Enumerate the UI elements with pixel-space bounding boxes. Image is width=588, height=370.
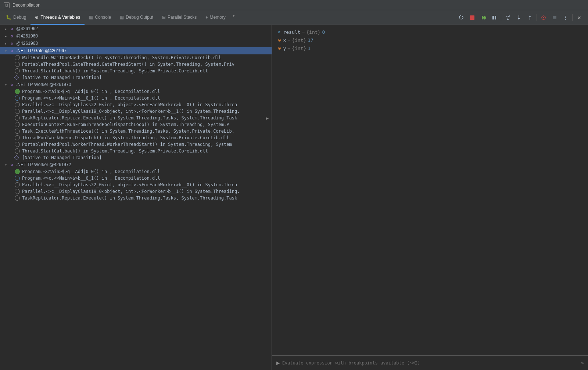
variables-area: ➤ result = {int} 0 ⊙ x = {int} 17 ⊙ y = … [272,25,588,355]
tab-console[interactable]: ▦ Console [85,10,115,25]
close-button[interactable]: ✕ [574,12,584,23]
stack-text-t4-4: [Native to Managed Transition] [22,75,102,80]
stack-frame-t6-2[interactable]: Program.<>c.<<Main>$>b__0_1() in , Decom… [0,175,272,182]
toolbar-sep-1 [501,14,501,21]
stack-frame-t5-11[interactable]: [Native to Managed Transition] [0,154,272,161]
stack-frame-t5-8[interactable]: ThreadPoolWorkQueue.Dispatch() in System… [0,134,272,141]
thread-row-4261967[interactable]: ⚙ .NET TP Gate @4261967 [0,47,272,54]
stack-text-t6-2: Program.<>c.<<Main>$>b__0_1() in , Decom… [22,176,160,181]
stack-frame-t5-5[interactable]: TaskReplicator.Replica.Execute() in Syst… [0,115,272,121]
step-into-button[interactable] [514,12,524,23]
svg-rect-3 [492,16,494,19]
stack-icon-t6-3 [15,182,20,187]
svg-rect-0 [470,15,474,20]
restart-button[interactable] [456,12,466,23]
tab-bar: 🐛 Debug ⊕ Threads & Variables ▦ Console … [0,10,588,25]
tab-console-label: Console [95,15,111,20]
tabs-dropdown-button[interactable]: ▾ [230,10,237,21]
var-y: ⊙ y = {int} 1 [276,44,584,52]
right-panel: ➤ result = {int} 0 ⊙ x = {int} 17 ⊙ y = … [272,25,588,370]
stop-button[interactable] [467,12,477,23]
stack-icon-t6-4 [15,189,20,194]
expand-icon-4261970[interactable] [3,82,9,87]
more-icon: ⋮ [563,15,568,21]
stack-frame-t6-3[interactable]: Parallel.<>c__DisplayClass32_0<int, obje… [0,182,272,188]
expand-icon-4261972[interactable] [3,162,9,168]
stack-frame-t4-1[interactable]: WaitHandle.WaitOneNoCheck() in System.Th… [0,54,272,61]
thread-row-4261963[interactable]: ⚙ @4261963 [0,40,272,47]
tab-debug[interactable]: 🐛 Debug [1,10,31,25]
var-y-value: 1 [308,46,311,51]
stack-frame-t5-4[interactable]: Parallel.<>c__DisplayClass19_0<object, i… [0,108,272,115]
thread-row-4261972[interactable]: ⚙ .NET TP Worker @4261972 [0,161,272,168]
stack-frame-t5-2[interactable]: Program.<>c.<<Main>$>b__0_1() in , Decom… [0,95,272,101]
eval-bar[interactable]: ▶ Evaluate expression with breakpoints a… [272,355,588,370]
stack-frame-t6-4[interactable]: Parallel.<>c__DisplayClass19_0<object, i… [0,188,272,195]
thread-label-4261962: @4261962 [16,26,38,31]
expand-icon-4261960[interactable] [3,33,9,39]
pause-button[interactable] [489,12,499,23]
expand-icon-4261963[interactable] [3,40,9,46]
thread-icon-4261970: ⚙ [9,82,15,87]
main-content: ⚙ @4261962 ⚙ @4261960 ⚙ @4261963 ⚙ .NET … [0,25,588,370]
stack-icon-t4-1 [15,55,20,60]
stack-icon-t4-3 [15,68,20,73]
step-over-button[interactable] [503,12,513,23]
stack-frame-t5-7[interactable]: Task.ExecuteWithThreadLocal() in System.… [0,128,272,134]
var-x-type: {int} [292,37,306,43]
stack-text-t5-6: ExecutionContext.RunFromThreadPoolDispat… [22,122,229,127]
thread-row-4261970[interactable]: ⚙ .NET TP Worker @4261970 [0,81,272,88]
tab-debug-label: Debug [13,15,26,20]
thread-row-4261962[interactable]: ⚙ @4261962 [0,25,272,32]
stack-text-t5-1: Program.<<Main>$>g__Add|0_0() in , Decom… [22,89,160,94]
stack-icon-t6-2 [15,176,20,181]
stack-frame-t5-10[interactable]: Thread.StartCallback() in System.Threadi… [0,148,272,154]
force-run-button[interactable] [549,12,560,23]
step-out-button[interactable] [525,12,535,23]
stack-frame-t6-1[interactable]: Program.<<Main>$>g__Add|0_0() in , Decom… [0,168,272,175]
stack-text-t6-3: Parallel.<>c__DisplayClass32_0<int, obje… [22,182,237,187]
run-to-cursor-button[interactable] [538,12,549,23]
stack-icon-t5-1 [15,89,20,94]
tab-debug-output[interactable]: ▦ Debug Output [115,10,158,25]
stack-frame-t4-2[interactable]: PortableThreadPool.GateThread.GateThread… [0,61,272,68]
threads-panel: ⚙ @4261962 ⚙ @4261960 ⚙ @4261963 ⚙ .NET … [0,25,272,370]
stack-icon-diamond-t5-11 [14,155,19,160]
debug-tab-icon: 🐛 [6,15,11,20]
stack-frame-t5-1[interactable]: Program.<<Main>$>g__Add|0_0() in , Decom… [0,88,272,95]
var-x: ⊙ x = {int} 17 [276,36,584,44]
stack-icon-t5-5 [15,115,20,121]
var-result-icon: ➤ [278,29,281,35]
tab-parallel-stacks[interactable]: ⊞ Parallel Stacks [158,10,201,25]
thread-label-4261960: @4261960 [16,33,38,39]
more-button[interactable]: ⋮ [560,12,571,23]
stack-text-t5-3: Parallel.<>c__DisplayClass32_0<int, obje… [22,102,237,107]
expand-arrow-t5-5[interactable]: ▶ [266,115,269,121]
var-x-equals: = [287,37,290,43]
thread-label-4261970: .NET TP Worker @4261970 [16,82,71,87]
tab-threads[interactable]: ⊕ Threads & Variables [31,10,85,25]
expand-icon-4261967[interactable] [3,48,9,54]
expand-icon-4261962[interactable] [3,26,9,32]
svg-marker-6 [507,19,509,20]
stack-frame-t5-9[interactable]: PortableThreadPool.WorkerThread.WorkerTh… [0,141,272,148]
thread-label-4261967: .NET TP Gate @4261967 [16,48,67,53]
stack-frame-t5-3[interactable]: Parallel.<>c__DisplayClass32_0<int, obje… [0,101,272,108]
stack-text-t5-7: Task.ExecuteWithThreadLocal() in System.… [22,129,234,134]
tab-memory[interactable]: ♦ Memory [201,10,230,25]
stack-frame-t5-6[interactable]: ExecutionContext.RunFromThreadPoolDispat… [0,121,272,128]
stack-frame-t6-5[interactable]: TaskReplicator.Replica.Execute() in Syst… [0,195,272,201]
stack-frame-t4-4[interactable]: [Native to Managed Transition] [0,74,272,81]
stack-text-t5-11: [Native to Managed Transition] [22,155,102,160]
var-result: ➤ result = {int} 0 [276,28,584,36]
tab-threads-label: Threads & Variables [40,15,80,20]
var-result-name: result [283,29,300,35]
stack-text-t6-1: Program.<<Main>$>g__Add|0_0() in , Decom… [22,169,160,174]
stack-frame-t4-3[interactable]: Thread.StartCallback() in System.Threadi… [0,68,272,74]
thread-row-4261960[interactable]: ⚙ @4261960 [0,32,272,40]
thread-icon-4261960: ⚙ [9,33,15,39]
title-bar: □ Decompilation [0,0,588,10]
stack-text-t5-8: ThreadPoolWorkQueue.Dispatch() in System… [22,135,229,140]
resume-button[interactable] [478,12,488,23]
stack-text-t4-1: WaitHandle.WaitOneNoCheck() in System.Th… [22,55,221,60]
